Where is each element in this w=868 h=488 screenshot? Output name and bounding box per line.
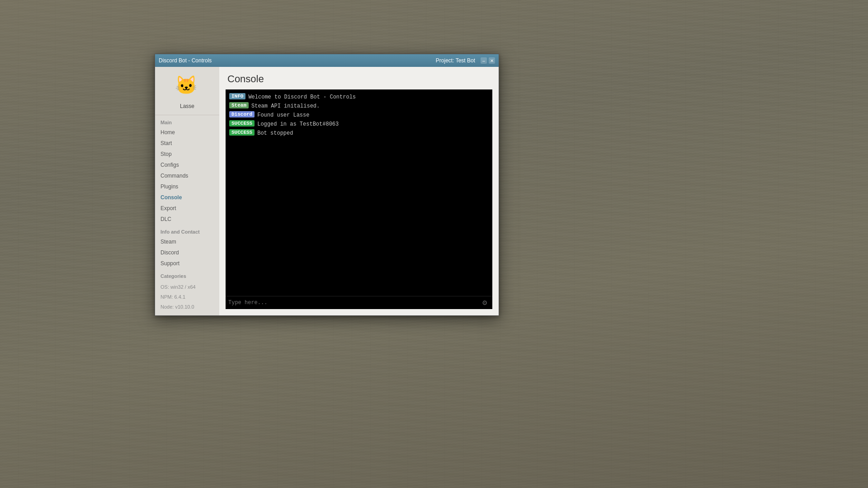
sidebar-item-steam[interactable]: Steam <box>155 236 219 247</box>
main-panel: Console INFOWelcome to Discord Bot - Con… <box>219 67 499 315</box>
sidebar-section-info: Info and Contact <box>155 225 219 236</box>
console-line: SUCCESSBot stopped <box>229 129 489 137</box>
sidebar-section-main: Main <box>155 115 219 127</box>
sidebar-item-dlc[interactable]: DLC <box>155 214 219 225</box>
sidebar-item-support[interactable]: Support <box>155 258 219 269</box>
sidebar-item-console[interactable]: Console <box>155 192 219 203</box>
project-label: Project: Test Bot <box>436 57 475 64</box>
sidebar-section-categories: Categories <box>155 269 219 281</box>
app-window: Discord Bot - Controls Project: Test Bot… <box>155 54 499 316</box>
avatar-name: Lasse <box>180 103 194 109</box>
title-bar-controls: Project: Test Bot – ✕ <box>436 57 495 64</box>
console-output[interactable]: INFOWelcome to Discord Bot - ControlsSte… <box>226 89 492 296</box>
console-badge: Steam <box>229 102 249 108</box>
console-line-text: Found user Lasse <box>257 111 309 119</box>
console-line-text: Welcome to Discord Bot - Controls <box>248 93 356 101</box>
console-line-text: Steam API initalised. <box>251 102 320 110</box>
close-button[interactable]: ✕ <box>489 57 495 64</box>
avatar-emoji: 🐱 <box>175 75 198 95</box>
console-line: SteamSteam API initalised. <box>229 102 489 110</box>
panel-title: Console <box>219 67 499 89</box>
console-line: DiscordFound user Lasse <box>229 111 489 119</box>
sidebar-item-start[interactable]: Start <box>155 138 219 149</box>
sidebar-item-home[interactable]: Home <box>155 127 219 138</box>
console-badge: SUCCESS <box>229 129 255 136</box>
console-line: INFOWelcome to Discord Bot - Controls <box>229 93 489 101</box>
console-input-area: ⚙ <box>226 296 492 309</box>
sidebar-os: OS: win32 / x64 <box>155 281 219 291</box>
sidebar-node: Node: v10.10.0 <box>155 300 219 310</box>
console-badge: SUCCESS <box>229 120 255 127</box>
avatar-area: 🐱 Lasse <box>155 67 219 115</box>
sidebar-item-plugins[interactable]: Plugins <box>155 181 219 192</box>
console-badge: INFO <box>229 93 245 99</box>
sidebar-item-configs[interactable]: Configs <box>155 160 219 170</box>
title-bar: Discord Bot - Controls Project: Test Bot… <box>155 54 499 67</box>
avatar: 🐱 <box>175 76 199 100</box>
console-line: SUCCESSLogged in as TestBot#8063 <box>229 120 489 128</box>
console-line-text: Bot stopped <box>257 129 293 137</box>
sidebar-item-commands[interactable]: Commands <box>155 170 219 181</box>
window-title: Discord Bot - Controls <box>159 57 212 64</box>
sidebar: 🐱 Lasse Main Home Start Stop Configs Com… <box>155 67 219 315</box>
console-send-button[interactable]: ⚙ <box>480 298 490 307</box>
sidebar-item-export[interactable]: Export <box>155 203 219 214</box>
sidebar-npm: NPM: 6.4.1 <box>155 291 219 300</box>
console-badge: Discord <box>229 111 255 117</box>
minimize-button[interactable]: – <box>481 57 487 64</box>
app-body: 🐱 Lasse Main Home Start Stop Configs Com… <box>155 67 499 315</box>
sidebar-item-discord[interactable]: Discord <box>155 247 219 258</box>
console-input[interactable] <box>228 300 480 306</box>
sidebar-item-stop[interactable]: Stop <box>155 149 219 160</box>
console-line-text: Logged in as TestBot#8063 <box>257 120 339 128</box>
